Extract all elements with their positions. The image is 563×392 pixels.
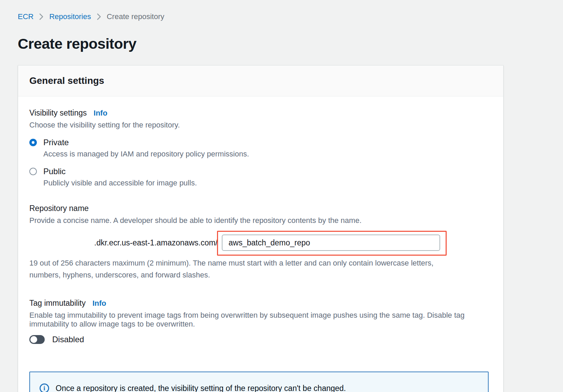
info-circle-icon: i (40, 383, 49, 392)
breadcrumb-link-ecr[interactable]: ECR (18, 12, 33, 21)
visibility-info-link[interactable]: Info (93, 109, 107, 118)
panel-title: General settings (29, 75, 104, 86)
radio-option-public: Public Publicly visible and accessible f… (29, 167, 492, 187)
tag-immutability-field: Tag immutability Info Enable tag immutab… (29, 299, 492, 344)
panel-header: General settings (18, 65, 503, 96)
chevron-right-icon (97, 13, 101, 20)
radio-description-public: Publicly visible and accessible for imag… (43, 179, 492, 187)
visibility-info-alert: i Once a repository is created, the visi… (29, 372, 489, 392)
chevron-right-icon (39, 13, 44, 20)
tag-immutability-toggle[interactable] (29, 335, 45, 344)
repository-url-prefix: .dkr.ecr.us-east-1.amazonaws.com/ (94, 238, 218, 247)
repository-name-label: Repository name (29, 204, 492, 213)
panel-body: Visibility settings Info Choose the visi… (18, 96, 503, 392)
page: ECR Repositories Create repository Creat… (0, 0, 563, 392)
page-title: Create repository (18, 35, 545, 52)
breadcrumb-current: Create repository (107, 12, 164, 21)
radio-label-public[interactable]: Public (43, 167, 66, 176)
repository-name-field: Repository name Provide a concise name. … (29, 204, 492, 281)
visibility-settings-label: Visibility settings (29, 108, 87, 118)
info-alert-text: Once a repository is created, the visibi… (56, 384, 346, 392)
tag-immutability-info-link[interactable]: Info (92, 299, 106, 308)
radio-description-private: Access is managed by IAM and repository … (43, 150, 492, 159)
visibility-settings-description: Choose the visibility setting for the re… (29, 121, 492, 130)
radio-button-public[interactable] (29, 168, 37, 175)
repository-name-helper-text: 19 out of 256 characters maximum (2 mini… (29, 257, 451, 281)
repository-name-description: Provide a concise name. A developer shou… (29, 216, 492, 225)
tag-immutability-description: Enable tag immutability to prevent image… (29, 311, 492, 329)
general-settings-panel: General settings Visibility settings Inf… (18, 65, 504, 392)
toggle-knob (30, 336, 37, 343)
tag-immutability-label: Tag immutability (29, 299, 86, 308)
repository-name-input[interactable] (222, 235, 440, 251)
tag-immutability-state-label: Disabled (52, 335, 84, 344)
breadcrumb-link-repositories[interactable]: Repositories (49, 12, 91, 21)
visibility-settings-field: Visibility settings Info Choose the visi… (29, 108, 492, 187)
radio-option-private: Private Access is managed by IAM and rep… (29, 138, 492, 159)
breadcrumb: ECR Repositories Create repository (18, 0, 545, 21)
radio-button-private[interactable] (29, 139, 37, 146)
radio-label-private[interactable]: Private (43, 138, 69, 147)
